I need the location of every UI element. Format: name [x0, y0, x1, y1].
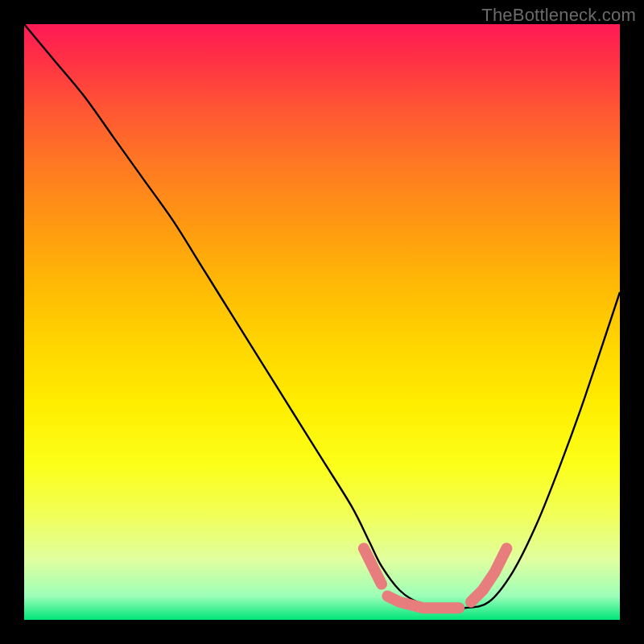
- marker-highlight-left: [364, 548, 382, 584]
- marker-highlight-right: [471, 548, 506, 602]
- chart-frame: TheBottleneck.com: [0, 0, 644, 644]
- bottleneck-curve: [24, 24, 620, 609]
- chart-svg: [24, 24, 620, 620]
- plot-area: [24, 24, 620, 620]
- highlight-markers: [364, 548, 507, 608]
- marker-highlight-flat: [387, 596, 459, 608]
- watermark-text: TheBottleneck.com: [481, 5, 636, 26]
